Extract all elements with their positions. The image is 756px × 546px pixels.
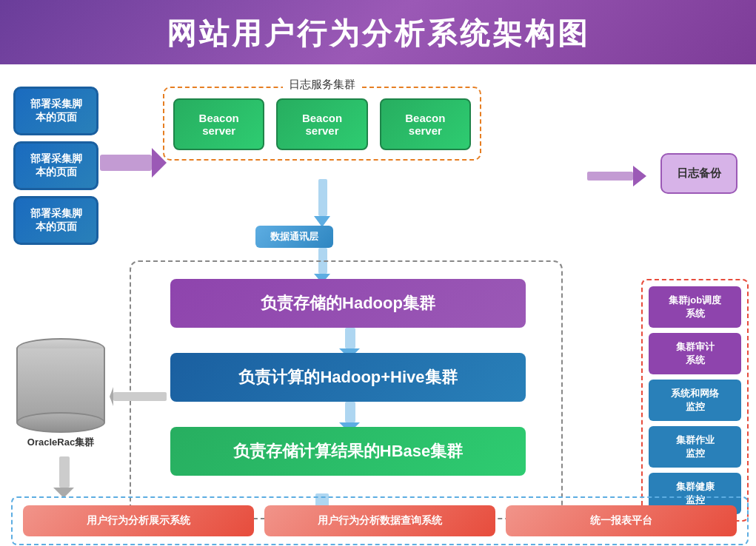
mgmt-audit: 集群审计系统 <box>649 333 741 374</box>
arrow-oracle-down-svg <box>50 456 77 501</box>
svg-rect-15 <box>59 456 70 488</box>
arrow-down-svg1 <box>311 179 333 227</box>
arrow-pages-to-beacon <box>100 144 167 184</box>
beacon-box-2: Beaconserver <box>276 98 367 150</box>
hbase-cluster: 负责存储计算结果的HBase集群 <box>170 427 526 476</box>
log-cluster: 日志服务集群 Beaconserver Beaconserver Beacons… <box>163 87 481 161</box>
oracle-group: OracleRac集群 <box>16 338 105 449</box>
svg-rect-17 <box>587 172 633 181</box>
log-cluster-label: 日志服务集群 <box>283 78 361 92</box>
page-box-1: 部署采集脚本的页面 <box>13 87 98 135</box>
beacon-row: Beaconserver Beaconserver Beaconserver <box>173 98 471 150</box>
log-backup: 日志备份 <box>660 153 737 194</box>
hive-cluster: 负责计算的Hadoop+Hive集群 <box>170 353 526 402</box>
bottom-box-query: 用户行为分析数据查询系统 <box>264 505 495 536</box>
page-title: 网站用户行为分析系统架构图 <box>0 0 756 64</box>
mgmt-network-monitor: 系统和网络监控 <box>649 380 741 421</box>
data-comm-layer: 数据通讯层 <box>255 226 333 248</box>
beacon-box-3: Beaconserver <box>380 98 471 150</box>
arrow-beacon-to-comm <box>311 179 333 230</box>
svg-rect-4 <box>318 179 327 216</box>
cylinder-bottom <box>16 412 105 433</box>
svg-rect-13 <box>113 392 167 401</box>
oracle-label: OracleRac集群 <box>16 436 105 449</box>
cylinder <box>16 338 105 433</box>
svg-rect-8 <box>345 328 355 348</box>
arrow-left-svg <box>110 382 170 411</box>
svg-rect-1 <box>100 155 152 171</box>
bottom-bar: 用户行为分析展示系统 用户行为分析数据查询系统 统一报表平台 <box>11 496 749 545</box>
mgmt-job-scheduling: 集群job调度系统 <box>649 286 741 328</box>
arrow-right-svg <box>100 144 167 181</box>
svg-marker-14 <box>110 387 113 406</box>
page-box-2: 部署采集脚本的页面 <box>13 141 98 190</box>
right-panel: 集群job调度系统 集群审计系统 系统和网络监控 集群作业监控 集群健康监控 <box>641 279 749 522</box>
page-box-3: 部署采集脚本的页面 <box>13 196 98 245</box>
bottom-box-display: 用户行为分析展示系统 <box>23 505 254 536</box>
arrow-beacon-to-backup <box>587 163 646 192</box>
arrow-oracle-to-hive <box>110 382 170 414</box>
log-cluster-border: 日志服务集群 Beaconserver Beaconserver Beacons… <box>163 87 481 161</box>
beacon-box-1: Beaconserver <box>173 98 264 150</box>
bottom-box-report: 统一报表平台 <box>506 505 737 536</box>
hadoop-storage: 负责存储的Hadoop集群 <box>170 279 526 328</box>
main-area: 部署采集脚本的页面 部署采集脚本的页面 部署采集脚本的页面 日志服务集群 Bea… <box>0 64 756 546</box>
svg-marker-18 <box>633 166 646 186</box>
svg-rect-10 <box>345 402 355 422</box>
arrow-to-backup-svg <box>587 163 646 189</box>
pages-group: 部署采集脚本的页面 部署采集脚本的页面 部署采集脚本的页面 <box>13 87 98 251</box>
mgmt-job-monitor: 集群作业监控 <box>649 426 741 468</box>
cylinder-body <box>16 348 105 422</box>
